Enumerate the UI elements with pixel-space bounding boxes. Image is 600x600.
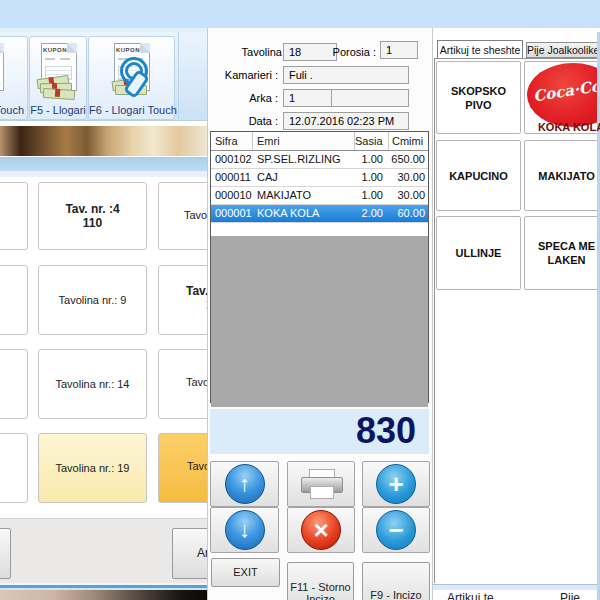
arka-field-2[interactable] <box>331 89 409 107</box>
table-button[interactable] <box>0 182 28 250</box>
table-row[interactable]: 000010 MAKIJATO 1.00 30.00 <box>211 187 428 205</box>
table-empty-row <box>211 223 428 236</box>
order-panel: Tavolina : 18 Porosia : 1 Kamarieri : Fu… <box>207 28 433 600</box>
table-button-tav-4[interactable]: Tav. nr. :4 110 <box>38 182 147 250</box>
tables-grid: Tav. nr. :4 110 Tavolina nr.: 9 Tavolina… <box>0 177 207 518</box>
tables-footer-bar: Ar <box>0 518 207 584</box>
footer-button-partial[interactable] <box>0 528 11 579</box>
product-label: SKOPSKO PIVO <box>439 84 518 112</box>
articles-bottom-divider <box>433 584 600 590</box>
product-button-kapucino[interactable]: KAPUCINO <box>436 140 521 211</box>
cell-sifra: 000011 <box>211 169 253 186</box>
product-button-makijato[interactable]: MAKIJATO <box>524 140 600 211</box>
header-banner-image <box>0 126 207 156</box>
kupon-money-icon <box>0 41 7 97</box>
arrow-down-icon: ↓ <box>225 510 265 550</box>
f9-label: F9 - Incizo <box>363 563 429 600</box>
product-button-speca-me-laken[interactable]: SPECA ME LAKEN <box>524 216 600 290</box>
cell-sifra: 000001 <box>211 205 253 222</box>
ribbon-button-llogari-touch-partial[interactable]: Touch <box>0 36 28 120</box>
product-label: ULLINJE <box>456 246 502 260</box>
table-header-row: Sifra Emri Sasia Cmimi <box>211 132 428 151</box>
arka-field[interactable]: 1 <box>283 89 337 107</box>
bottom-tab-pije[interactable]: Pije <box>560 591 580 600</box>
tab-artikuj-te-sheshte[interactable]: Artikuj te sheshte <box>437 40 523 58</box>
product-button-skopsko-pivo[interactable]: SKOPSKO PIVO <box>436 61 521 134</box>
printer-icon <box>301 469 341 499</box>
cell-emri: MAKIJATO <box>253 187 355 204</box>
exit-button[interactable]: EXIT <box>211 558 280 587</box>
porosia-field[interactable]: 1 <box>380 41 418 59</box>
column-header-cmimi[interactable]: Cmimi <box>389 132 428 150</box>
product-button-ullinje[interactable]: ULLINJE <box>436 216 521 290</box>
order-items-table: Sifra Emri Sasia Cmimi 000102 SP.SEL.RIZ… <box>210 131 429 403</box>
move-up-button[interactable]: ↑ <box>210 461 279 507</box>
banner-blue-strip <box>0 157 207 171</box>
delete-item-button[interactable]: × <box>287 507 355 553</box>
data-label: Data : <box>218 112 278 130</box>
column-header-emri[interactable]: Emri <box>253 132 355 150</box>
table-button[interactable] <box>0 433 28 503</box>
cell-sifra: 000010 <box>211 187 253 204</box>
product-label: SPECA ME LAKEN <box>536 239 598 267</box>
table-button-sublabel: 110 <box>83 216 102 230</box>
ribbon-button-f5-llogari[interactable]: KUPON F5 - Llogari <box>29 36 87 120</box>
table-button-label: Tavol <box>184 209 210 221</box>
window-title-band <box>0 0 600 28</box>
cell-sasia: 1.00 <box>355 169 389 186</box>
plus-icon: + <box>376 464 416 504</box>
bottom-tab-artikuj[interactable]: Artikuj te <box>447 591 494 600</box>
table-button-tav-19[interactable]: Tavolina nr.: 19 <box>38 433 147 503</box>
column-header-sasia[interactable]: Sasia <box>355 132 389 150</box>
f11-storno-button[interactable]: F11 - Storno Incizo <box>287 562 354 600</box>
move-down-button[interactable]: ↓ <box>210 507 279 553</box>
pos-window: Touch KUPON F5 - Llogari <box>0 0 600 600</box>
cell-sasia: 2.00 <box>355 205 389 222</box>
increase-quantity-button[interactable]: + <box>362 461 430 507</box>
ribbon-button-f6-llogari-touch[interactable]: KUPON F6 - Llogari Touch <box>88 36 175 120</box>
table-button-tav-9[interactable]: Tavolina nr.: 9 <box>38 265 147 335</box>
ribbon-button-label: F5 - Llogari <box>30 104 86 116</box>
table-button-label: Tavolina nr.: 19 <box>56 461 130 475</box>
cell-sifra: 000102 <box>211 151 253 168</box>
kamarieri-label: Kamarieri : <box>208 66 278 84</box>
kamarieri-field[interactable]: Fuli . <box>283 66 409 84</box>
cell-sasia: 1.00 <box>355 187 389 204</box>
porosia-label: Porosia : <box>328 43 376 61</box>
table-button-tav-14[interactable]: Tavolina nr.: 14 <box>38 349 147 419</box>
product-button-koka-kola[interactable]: Coca·Cola KOKA KOLA <box>524 61 600 134</box>
kupon-money-icon: KUPON <box>36 41 80 101</box>
f11-label-2: Incizo <box>306 593 335 600</box>
red-x-icon: × <box>301 510 341 550</box>
minus-icon: − <box>376 510 416 550</box>
tab-pije-joalkoolike[interactable]: Pije Joalkoolike <box>526 42 600 58</box>
cell-cmimi: 60.00 <box>389 205 428 222</box>
table-button[interactable] <box>0 265 28 335</box>
table-button-label: Tav. nr. :4 <box>65 202 119 216</box>
column-header-sifra[interactable]: Sifra <box>211 132 253 150</box>
cell-emri: CAJ <box>253 169 355 186</box>
table-button-label: Tavolina nr.: 9 <box>59 293 127 307</box>
cell-cmimi: 30.00 <box>389 187 428 204</box>
arrow-up-icon: ↑ <box>225 464 265 504</box>
cell-emri: KOKA KOLA <box>253 205 355 222</box>
arka-label: Arka : <box>218 89 278 107</box>
tab-content-border-left <box>434 58 435 583</box>
product-label: KOKA KOLA <box>525 120 600 134</box>
f9-incizo-button[interactable]: F9 - Incizo <box>362 562 430 600</box>
table-row[interactable]: 000011 CAJ 1.00 30.00 <box>211 169 428 187</box>
product-label: MAKIJATO <box>538 169 594 183</box>
table-button[interactable] <box>0 349 28 419</box>
kupon-money-touch-icon: KUPON <box>109 41 153 101</box>
tab-content-border-top <box>434 58 600 59</box>
table-button-label: Tavolina nr.: 14 <box>56 377 130 391</box>
decrease-quantity-button[interactable]: − <box>362 507 430 553</box>
data-field[interactable]: 12.07.2016 02:23 PM <box>283 112 409 130</box>
print-button[interactable] <box>287 461 355 507</box>
ribbon-button-label: Touch <box>0 104 27 116</box>
table-row[interactable]: 000102 SP.SEL.RIZLING 1.00 650.00 <box>211 151 428 169</box>
product-label: KAPUCINO <box>449 169 508 183</box>
cell-sasia: 1.00 <box>355 151 389 168</box>
table-row-selected[interactable]: 000001 KOKA KOLA 2.00 60.00 <box>211 205 428 223</box>
coca-cola-logo-icon: Coca·Cola <box>527 63 600 127</box>
